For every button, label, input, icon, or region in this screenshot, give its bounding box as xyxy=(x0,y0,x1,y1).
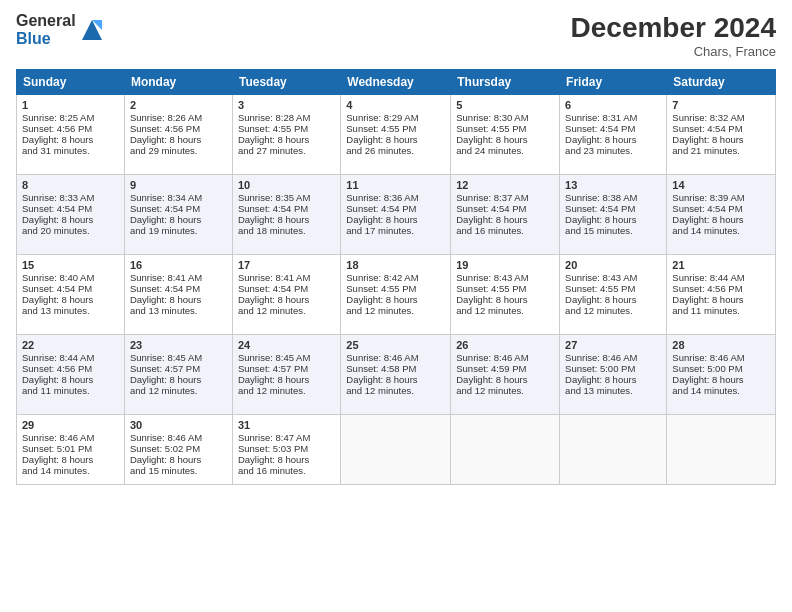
day-number: 3 xyxy=(238,99,335,111)
col-tuesday: Tuesday xyxy=(232,70,340,95)
table-row: 7Sunrise: 8:32 AMSunset: 4:54 PMDaylight… xyxy=(667,95,776,175)
table-row: 27Sunrise: 8:46 AMSunset: 5:00 PMDayligh… xyxy=(560,335,667,415)
month-title: December 2024 xyxy=(571,12,776,44)
day-info: Daylight: 8 hours xyxy=(456,294,554,305)
table-row: 1Sunrise: 8:25 AMSunset: 4:56 PMDaylight… xyxy=(17,95,125,175)
day-info: and 21 minutes. xyxy=(672,145,770,156)
day-number: 5 xyxy=(456,99,554,111)
day-info: Sunset: 5:02 PM xyxy=(130,443,227,454)
day-info: Sunrise: 8:26 AM xyxy=(130,112,227,123)
col-saturday: Saturday xyxy=(667,70,776,95)
day-info: Sunset: 4:57 PM xyxy=(130,363,227,374)
day-info: Sunset: 4:55 PM xyxy=(346,123,445,134)
day-info: Daylight: 8 hours xyxy=(238,134,335,145)
header: General Blue December 2024 Chars, France xyxy=(16,12,776,59)
day-info: Sunset: 4:54 PM xyxy=(565,203,661,214)
day-info: Daylight: 8 hours xyxy=(238,214,335,225)
day-info: and 23 minutes. xyxy=(565,145,661,156)
day-info: and 15 minutes. xyxy=(130,465,227,476)
col-wednesday: Wednesday xyxy=(341,70,451,95)
day-number: 24 xyxy=(238,339,335,351)
day-number: 31 xyxy=(238,419,335,431)
day-info: Daylight: 8 hours xyxy=(22,294,119,305)
day-info: and 11 minutes. xyxy=(22,385,119,396)
table-row: 10Sunrise: 8:35 AMSunset: 4:54 PMDayligh… xyxy=(232,175,340,255)
page-container: General Blue December 2024 Chars, France… xyxy=(0,0,792,493)
day-info: and 12 minutes. xyxy=(346,385,445,396)
day-info: Sunset: 4:58 PM xyxy=(346,363,445,374)
calendar-table: Sunday Monday Tuesday Wednesday Thursday… xyxy=(16,69,776,485)
table-row: 21Sunrise: 8:44 AMSunset: 4:56 PMDayligh… xyxy=(667,255,776,335)
table-row: 25Sunrise: 8:46 AMSunset: 4:58 PMDayligh… xyxy=(341,335,451,415)
logo-blue: Blue xyxy=(16,30,76,48)
day-info: Sunrise: 8:43 AM xyxy=(456,272,554,283)
day-info: and 29 minutes. xyxy=(130,145,227,156)
day-info: Sunset: 4:56 PM xyxy=(672,283,770,294)
table-row: 8Sunrise: 8:33 AMSunset: 4:54 PMDaylight… xyxy=(17,175,125,255)
day-number: 20 xyxy=(565,259,661,271)
day-info: Sunrise: 8:45 AM xyxy=(238,352,335,363)
day-info: Daylight: 8 hours xyxy=(565,374,661,385)
day-info: Daylight: 8 hours xyxy=(130,214,227,225)
calendar-header-row: Sunday Monday Tuesday Wednesday Thursday… xyxy=(17,70,776,95)
day-info: Sunrise: 8:30 AM xyxy=(456,112,554,123)
day-info: Daylight: 8 hours xyxy=(346,134,445,145)
day-info: and 14 minutes. xyxy=(22,465,119,476)
col-monday: Monday xyxy=(124,70,232,95)
day-info: Daylight: 8 hours xyxy=(346,214,445,225)
table-row: 14Sunrise: 8:39 AMSunset: 4:54 PMDayligh… xyxy=(667,175,776,255)
day-info: and 19 minutes. xyxy=(130,225,227,236)
table-row xyxy=(341,415,451,485)
day-info: and 27 minutes. xyxy=(238,145,335,156)
day-info: Sunset: 4:55 PM xyxy=(346,283,445,294)
day-info: Sunrise: 8:46 AM xyxy=(672,352,770,363)
day-info: Sunset: 4:54 PM xyxy=(130,203,227,214)
day-number: 6 xyxy=(565,99,661,111)
day-info: and 26 minutes. xyxy=(346,145,445,156)
day-info: Sunset: 4:56 PM xyxy=(22,123,119,134)
title-block: December 2024 Chars, France xyxy=(571,12,776,59)
day-info: and 14 minutes. xyxy=(672,225,770,236)
day-info: Daylight: 8 hours xyxy=(238,374,335,385)
day-info: Sunset: 4:57 PM xyxy=(238,363,335,374)
day-info: Sunset: 4:54 PM xyxy=(672,203,770,214)
day-info: Sunset: 5:01 PM xyxy=(22,443,119,454)
day-info: Sunset: 4:56 PM xyxy=(22,363,119,374)
day-number: 28 xyxy=(672,339,770,351)
table-row: 28Sunrise: 8:46 AMSunset: 5:00 PMDayligh… xyxy=(667,335,776,415)
day-number: 11 xyxy=(346,179,445,191)
day-info: Sunrise: 8:41 AM xyxy=(238,272,335,283)
day-number: 19 xyxy=(456,259,554,271)
day-info: Daylight: 8 hours xyxy=(22,134,119,145)
table-row xyxy=(667,415,776,485)
day-number: 16 xyxy=(130,259,227,271)
location-subtitle: Chars, France xyxy=(571,44,776,59)
day-info: Sunset: 4:54 PM xyxy=(565,123,661,134)
day-info: Sunset: 4:54 PM xyxy=(238,283,335,294)
day-info: Sunset: 4:56 PM xyxy=(130,123,227,134)
day-info: Sunrise: 8:32 AM xyxy=(672,112,770,123)
table-row: 24Sunrise: 8:45 AMSunset: 4:57 PMDayligh… xyxy=(232,335,340,415)
day-info: Daylight: 8 hours xyxy=(130,374,227,385)
table-row xyxy=(560,415,667,485)
day-number: 17 xyxy=(238,259,335,271)
table-row: 11Sunrise: 8:36 AMSunset: 4:54 PMDayligh… xyxy=(341,175,451,255)
day-info: Daylight: 8 hours xyxy=(456,374,554,385)
day-info: Daylight: 8 hours xyxy=(565,214,661,225)
day-info: Daylight: 8 hours xyxy=(130,454,227,465)
day-info: Sunrise: 8:44 AM xyxy=(672,272,770,283)
day-info: and 12 minutes. xyxy=(238,305,335,316)
day-number: 26 xyxy=(456,339,554,351)
day-number: 23 xyxy=(130,339,227,351)
day-info: Sunrise: 8:42 AM xyxy=(346,272,445,283)
logo-general: General xyxy=(16,12,76,30)
day-info: and 12 minutes. xyxy=(130,385,227,396)
day-info: Sunrise: 8:35 AM xyxy=(238,192,335,203)
table-row: 5Sunrise: 8:30 AMSunset: 4:55 PMDaylight… xyxy=(451,95,560,175)
table-row: 2Sunrise: 8:26 AMSunset: 4:56 PMDaylight… xyxy=(124,95,232,175)
day-info: Sunset: 4:55 PM xyxy=(565,283,661,294)
day-info: Sunrise: 8:46 AM xyxy=(346,352,445,363)
day-info: and 13 minutes. xyxy=(130,305,227,316)
day-info: and 13 minutes. xyxy=(565,385,661,396)
day-info: Sunrise: 8:46 AM xyxy=(22,432,119,443)
